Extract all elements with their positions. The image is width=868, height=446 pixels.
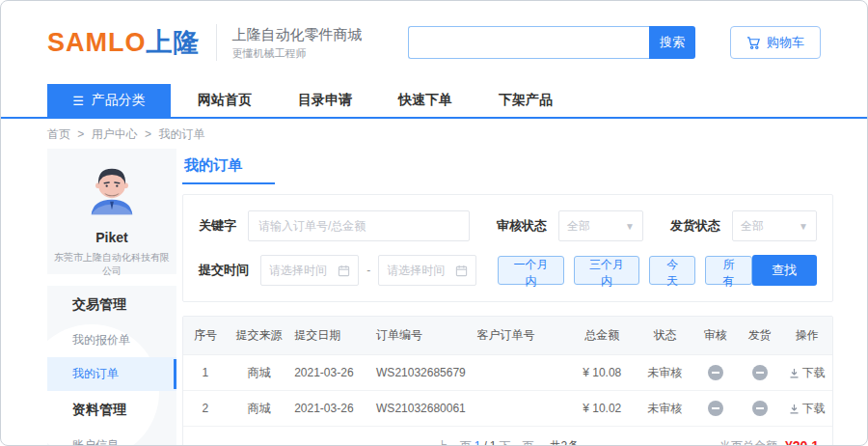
cart-button[interactable]: 购物车 [730,26,821,59]
shop-title-block: 上隆自动化零件商城 更懂机械工程师 [232,24,363,62]
cell-index: 1 [183,366,228,379]
content: Piket 东莞市上隆自动化科技有限公司 交易管理 我的报价单 我的订单 资料管… [1,149,867,446]
audit-disabled-icon [708,401,723,416]
page-total-summary: 当页总金额 ¥20.1 [719,427,819,446]
table-row: 1 商城 2021-03-26 WS21032685679 ¥ 10.08 未审… [183,355,832,391]
search-button[interactable]: 搜索 [649,26,695,59]
user-company: 东莞市上隆自动化科技有限公司 [47,251,176,278]
quick-filter-all[interactable]: 所有 [705,256,751,285]
col-customer-order-no: 客户订单号 [473,327,567,344]
date-start-input[interactable]: 请选择时间 [260,255,359,286]
download-label: 下载 [802,365,826,381]
date-end-placeholder: 请选择时间 [387,263,445,279]
calendar-icon [338,265,350,277]
audit-status-select[interactable]: 全部 ▼ [558,210,643,241]
table-header-row: 序号 提交来源 提交日期 订单编号 客户订单号 总金额 状态 审核 发货 操作 [183,317,832,355]
breadcrumb-my-orders: 我的订单 [158,127,204,141]
sidebar-item-my-quotes[interactable]: 我的报价单 [47,323,176,357]
cell-date: 2021-03-26 [290,402,372,415]
chevron-down-icon: ▼ [799,221,808,232]
cell-index: 2 [183,402,228,415]
date-start-placeholder: 请选择时间 [269,263,327,279]
cell-amount: ¥ 10.02 [567,402,637,415]
cell-source: 商城 [228,365,290,381]
main-panel: 我的订单 关键字 审核状态 全部 ▼ 发货状态 全部 ▼ [182,149,833,446]
calendar-icon [455,265,468,277]
pagination-prev[interactable]: 上一页 [437,438,472,446]
sidebar: Piket 东莞市上隆自动化科技有限公司 交易管理 我的报价单 我的订单 资料管… [47,149,176,446]
col-ship: 发货 [738,327,782,344]
main-nav: ☰ 产品分类 网站首页 目录申请 快速下单 下架产品 [1,84,867,119]
quick-filter-one-month[interactable]: 一个月内 [498,256,563,285]
orders-table: 序号 提交来源 提交日期 订单编号 客户订单号 总金额 状态 审核 发货 操作 … [182,316,833,446]
col-date: 提交日期 [290,327,372,344]
cell-date: 2021-03-26 [290,366,372,379]
audit-status-label: 审核状态 [497,217,547,235]
keyword-label: 关键字 [199,217,236,235]
submit-time-label: 提交时间 [199,262,249,279]
sidebar-item-my-orders[interactable]: 我的订单 [47,357,176,391]
keyword-input[interactable] [248,210,470,241]
search-input[interactable] [408,26,649,59]
nav-link-catalog[interactable]: 目录申请 [298,92,352,109]
cell-status: 未审核 [637,401,693,417]
page-title: 我的订单 [182,156,275,184]
nav-link-home[interactable]: 网站首页 [198,92,252,109]
menu-bars-icon: ☰ [72,94,84,108]
cell-order-no: WS21032685679 [372,366,473,379]
cell-source: 商城 [228,401,290,417]
ship-disabled-icon [752,401,768,416]
sidebar-menu: 交易管理 我的报价单 我的订单 资料管理 账户信息 地址管理 [47,286,176,446]
breadcrumb-home[interactable]: 首页 [47,127,70,141]
cell-amount: ¥ 10.08 [567,366,637,379]
shop-title: 上隆自动化零件商城 [232,24,363,46]
audit-status-value: 全部 [567,218,590,235]
download-link[interactable]: 下载 [789,365,826,381]
breadcrumb-separator: > [77,127,84,141]
table-row: 2 商城 2021-03-26 WS21032680061 ¥ 10.02 未审… [183,391,832,427]
nav-link-discontinued[interactable]: 下架产品 [499,92,553,109]
audit-disabled-icon [708,365,723,380]
logo-en: SAMLO [47,28,147,57]
pagination-separator: / [483,439,486,446]
nav-link-quick-order[interactable]: 快速下单 [398,92,452,109]
logo[interactable]: SAMLO上隆 [47,25,201,60]
shop-subtitle: 更懂机械工程师 [232,45,363,62]
header: SAMLO上隆 上隆自动化零件商城 更懂机械工程师 搜索 购物车 [1,1,867,84]
sidebar-section-profile: 资料管理 [47,391,176,429]
col-actions: 操作 [782,327,832,344]
table-footer: 上一页 1 / 1 下一页 共2条 当页总金额 ¥20.1 [183,427,832,446]
breadcrumb-user-center[interactable]: 用户中心 [92,127,138,141]
cart-button-label: 购物车 [767,34,804,51]
col-index: 序号 [183,327,228,344]
pagination-total-pages: 1 [490,439,497,446]
quick-filter-today[interactable]: 今天 [649,256,695,285]
date-end-input[interactable]: 请选择时间 [378,255,476,286]
download-icon [789,404,800,414]
nav-links: 网站首页 目录申请 快速下单 下架产品 [198,84,553,117]
sidebar-item-account-info[interactable]: 账户信息 [47,429,176,446]
cart-icon [746,36,761,50]
find-button[interactable]: 查找 [752,255,817,286]
ship-disabled-icon [752,365,768,380]
col-source: 提交来源 [228,327,290,344]
product-category-button[interactable]: ☰ 产品分类 [47,84,171,117]
pagination-total-count: 共2条 [550,438,580,446]
ship-status-select[interactable]: 全部 ▼ [732,210,817,241]
search-group: 搜索 [408,26,695,59]
breadcrumb-separator: > [145,127,151,141]
download-link[interactable]: 下载 [789,401,826,417]
user-name: Piket [95,230,127,245]
header-divider [216,24,217,61]
pagination-next[interactable]: 下一页 [500,438,534,446]
quick-filter-three-months[interactable]: 三个月内 [574,256,639,285]
sidebar-section-trade: 交易管理 [47,286,176,323]
col-status: 状态 [637,327,693,344]
col-amount: 总金额 [567,327,637,344]
pagination-current-page: 1 [475,439,481,446]
breadcrumb: 首页 > 用户中心 > 我的订单 [1,119,867,149]
col-audit: 审核 [693,327,738,344]
cell-status: 未审核 [637,365,693,381]
filter-panel: 关键字 审核状态 全部 ▼ 发货状态 全部 ▼ 提交时间 [182,194,833,302]
page-frame: SAMLO上隆 上隆自动化零件商城 更懂机械工程师 搜索 购物车 ☰ 产品分类 [0,0,868,446]
